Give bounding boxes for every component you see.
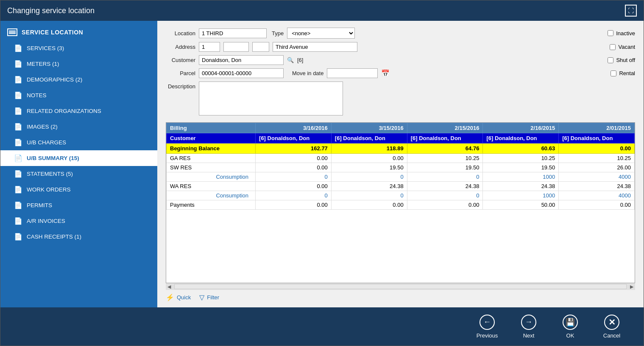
doc-icon: 📄	[14, 44, 22, 52]
vacant-checkbox-row[interactable]: Vacant	[610, 44, 635, 50]
row-value: 0	[331, 172, 407, 182]
row-label: WA RES	[167, 182, 256, 191]
previous-button[interactable]: ← Previous	[468, 312, 506, 341]
addr-street-input[interactable]	[273, 42, 357, 52]
address-row: Address Vacant	[166, 42, 635, 52]
row-value: 10.25	[559, 154, 635, 163]
sidebar-item-demographics-(2)[interactable]: 📄DEMOGRAPHICS (2)	[0, 72, 157, 87]
movein-input[interactable]	[327, 68, 378, 78]
calendar-icon[interactable]: 📅	[381, 69, 390, 77]
row-value: 19.50	[407, 163, 483, 172]
row-value: 24.38	[559, 182, 635, 191]
sidebar: SERVICE LOCATION 📄SERVICES (3)📄METERS (1…	[0, 21, 157, 307]
row-value: 0	[256, 191, 332, 200]
cancel-label: Cancel	[603, 332, 620, 339]
main-area: Location Type <none>ResidentialCommercia…	[157, 21, 644, 307]
parcel-input[interactable]	[199, 68, 284, 78]
sidebar-item-label: U/B CHARGES	[27, 139, 66, 146]
sidebar-item-label: U/B SUMMARY (15)	[27, 155, 79, 161]
sidebar-header-icon	[7, 28, 17, 36]
billing-table-wrapper[interactable]: Billing 3/16/20163/15/20162/15/20162/16/…	[166, 122, 635, 283]
row-label: SW RES	[167, 163, 256, 172]
shutoff-checkboxes: Shut off	[608, 57, 635, 63]
addr-num2-input[interactable]	[223, 42, 249, 52]
sidebar-item-label: STATEMENTS (5)	[27, 171, 73, 177]
sidebar-item-label: SERVICES (3)	[27, 45, 64, 51]
row-value: 0.00	[331, 200, 407, 210]
inactive-label: Inactive	[616, 30, 635, 37]
row-value: 0	[331, 191, 407, 200]
cancel-icon: ✕	[604, 315, 619, 330]
sidebar-header-label: SERVICE LOCATION	[22, 29, 83, 36]
filter-icon: ▽	[199, 293, 204, 301]
scroll-right-arrow[interactable]: ▶	[628, 284, 635, 290]
shutoff-checkbox[interactable]	[608, 57, 613, 63]
maximize-button[interactable]: ⛶	[625, 5, 637, 17]
shutoff-checkbox-row[interactable]: Shut off	[608, 57, 635, 63]
horizontal-scrollbar[interactable]: ◀ ▶	[166, 283, 635, 290]
vacant-checkbox[interactable]	[610, 44, 616, 50]
row-value: 0.00	[256, 163, 332, 172]
customer-input[interactable]	[199, 55, 284, 65]
doc-icon: 📄	[14, 154, 22, 162]
parcel-label: Parcel	[166, 70, 195, 76]
sidebar-item-meters-(1)[interactable]: 📄METERS (1)	[0, 56, 157, 72]
quick-label: Quick	[177, 294, 191, 301]
row-value: 19.50	[331, 163, 407, 172]
location-row: Location Type <none>ResidentialCommercia…	[166, 28, 635, 39]
content-area: SERVICE LOCATION 📄SERVICES (3)📄METERS (1…	[0, 21, 644, 307]
row-value: 4000	[559, 191, 635, 200]
balance-value: 118.89	[331, 143, 407, 154]
billing-date-header: 3/16/2016	[256, 123, 332, 133]
previous-icon: ←	[480, 315, 495, 330]
addr-num1-input[interactable]	[199, 42, 220, 52]
sidebar-item-label: METERS (1)	[27, 61, 59, 67]
row-value: 0.00	[331, 154, 407, 163]
vacant-checkboxes: Vacant	[610, 44, 635, 50]
sidebar-item-work-orders[interactable]: 📄WORK ORDERS	[0, 182, 157, 197]
addr-num3-input[interactable]	[252, 42, 269, 52]
row-value: 0.00	[256, 200, 332, 210]
doc-icon: 📄	[14, 107, 22, 115]
bottom-bar: ← Previous → Next 💾 OK ✕ Cancel	[0, 307, 644, 346]
parcel-row: Parcel Move in date 📅 Rental	[166, 68, 635, 78]
scroll-left-arrow[interactable]: ◀	[166, 284, 173, 290]
sidebar-item-u/b-summary-(15)[interactable]: 📄U/B SUMMARY (15)	[0, 150, 157, 166]
sidebar-item-services-(3)[interactable]: 📄SERVICES (3)	[0, 40, 157, 56]
sidebar-item-u/b-charges[interactable]: 📄U/B CHARGES	[0, 135, 157, 150]
inactive-checkbox[interactable]	[608, 30, 613, 36]
cancel-button[interactable]: ✕ Cancel	[593, 312, 631, 341]
description-label: Description	[166, 83, 195, 90]
rental-checkbox[interactable]	[611, 70, 616, 76]
filter-button[interactable]: ▽ Filter	[199, 293, 219, 301]
customer-search-icon[interactable]: 🔍	[287, 57, 294, 63]
sidebar-item-permits[interactable]: 📄PERMITS	[0, 197, 157, 213]
row-label: Consumption	[167, 172, 256, 182]
sidebar-item-images-(2)[interactable]: 📄IMAGES (2)	[0, 119, 157, 135]
balance-value: 162.77	[256, 143, 332, 154]
location-input[interactable]	[199, 28, 267, 38]
sidebar-item-notes[interactable]: 📄NOTES	[0, 87, 157, 103]
type-select[interactable]: <none>ResidentialCommercialIndustrial	[287, 28, 355, 39]
billing-date-header: 2/15/2016	[407, 123, 483, 133]
rental-checkboxes: Rental	[611, 70, 635, 76]
billing-date-header: 2/01/2015	[559, 123, 635, 133]
balance-value: 64.76	[407, 143, 483, 154]
rental-checkbox-row[interactable]: Rental	[611, 70, 635, 76]
description-textarea[interactable]	[199, 82, 343, 115]
inactive-checkbox-row[interactable]: Inactive	[608, 30, 635, 37]
row-value: 26.00	[559, 163, 635, 172]
table-row: GA RES0.000.0010.2510.2510.25	[167, 154, 635, 163]
sidebar-item-related-organizations[interactable]: 📄RELATED ORGANIZATIONS	[0, 103, 157, 119]
sidebar-item-a/r-invoices[interactable]: 📄A/R INVOICES	[0, 213, 157, 229]
row-value: 24.38	[331, 182, 407, 191]
sidebar-item-statements-(5)[interactable]: 📄STATEMENTS (5)	[0, 166, 157, 182]
next-icon: →	[521, 315, 536, 330]
row-value: 0.00	[407, 200, 483, 210]
previous-label: Previous	[477, 332, 498, 339]
table-row: SW RES0.0019.5019.5019.5026.00	[167, 163, 635, 172]
ok-button[interactable]: 💾 OK	[551, 312, 589, 341]
next-button[interactable]: → Next	[510, 312, 548, 341]
sidebar-item-cash-receipts-(1)[interactable]: 📄CASH RECEIPTS (1)	[0, 229, 157, 245]
quick-button[interactable]: ⚡ Quick	[166, 293, 191, 301]
